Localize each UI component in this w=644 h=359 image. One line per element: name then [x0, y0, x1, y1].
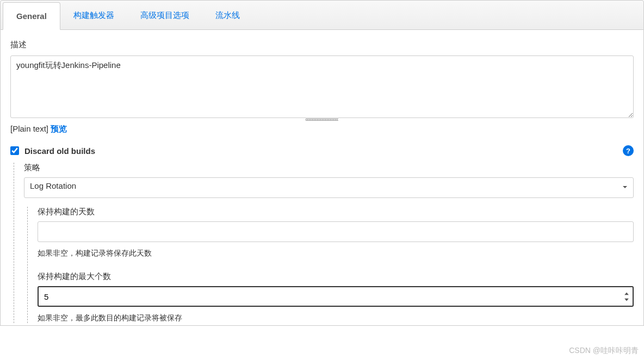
max-builds-input[interactable]	[38, 286, 634, 307]
days-to-keep-help: 如果非空，构建记录将保存此天数	[38, 249, 634, 258]
discard-old-builds-checkbox[interactable]	[10, 146, 19, 155]
preview-link[interactable]: 预览	[51, 124, 67, 133]
days-to-keep-input[interactable]	[38, 221, 634, 242]
days-to-keep-label: 保持构建的天数	[38, 207, 634, 217]
max-builds-label: 保持构建的最大个数	[38, 271, 634, 282]
tab-build-triggers[interactable]: 构建触发器	[60, 2, 127, 29]
discard-old-builds-label: Discard old builds	[24, 146, 95, 156]
tab-pipeline[interactable]: 流水线	[202, 2, 253, 29]
strategy-select[interactable]: Log Rotation	[24, 177, 634, 198]
format-row: [Plain text] 预览	[10, 124, 634, 134]
number-spinner	[623, 291, 630, 302]
plain-text-label: [Plain text]	[10, 124, 48, 133]
strategy-label: 策略	[24, 163, 634, 173]
max-builds-help: 如果非空，最多此数目的构建记录将被保存	[38, 313, 634, 323]
tab-advanced-options[interactable]: 高级项目选项	[127, 2, 202, 29]
discard-checkbox-row: Discard old builds ?	[10, 145, 634, 156]
spinner-down[interactable]	[623, 297, 630, 302]
help-icon[interactable]: ?	[623, 145, 634, 156]
tab-general[interactable]: General	[3, 2, 60, 30]
content-panel: 描述 [Plain text] 预览 Discard old builds ? …	[0, 30, 644, 326]
rotation-fields: 保持构建的天数 如果非空，构建记录将保存此天数 保持构建的最大个数	[27, 207, 634, 323]
strategy-section: 策略 Log Rotation 保持构建的天数 如果非空，构建记录将保存此天数 …	[14, 163, 634, 323]
description-label: 描述	[10, 40, 634, 50]
tab-bar: General 构建触发器 高级项目选项 流水线	[0, 0, 644, 30]
resize-grip[interactable]	[10, 119, 634, 121]
description-textarea[interactable]	[10, 55, 634, 118]
spinner-up[interactable]	[623, 291, 630, 296]
watermark: CSDN @哇咔咔明青	[569, 346, 639, 356]
